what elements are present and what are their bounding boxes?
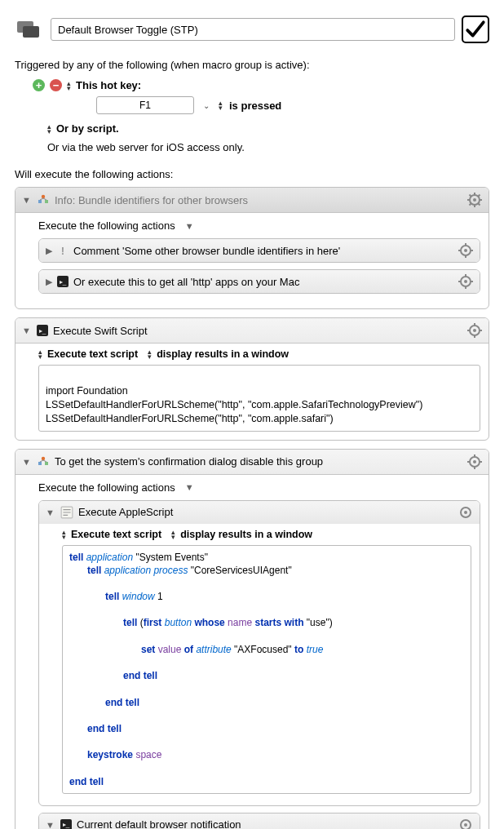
- svg-line-12: [479, 204, 480, 206]
- svg-rect-34: [38, 462, 42, 465]
- gear-icon[interactable]: [467, 454, 482, 469]
- gear-icon[interactable]: [467, 323, 482, 338]
- add-trigger-button[interactable]: +: [33, 79, 45, 91]
- display-stepper[interactable]: ▴▾: [148, 349, 152, 359]
- gear-icon[interactable]: [458, 243, 473, 258]
- svg-point-37: [473, 460, 476, 463]
- execute-actions-label: Execute the following actions: [38, 481, 175, 494]
- terminal-icon: ▸_: [57, 276, 69, 287]
- applescript-title: Execute AppleScript: [78, 506, 453, 518]
- actions-disclosure[interactable]: ▼: [185, 221, 195, 231]
- triggered-label: Triggered by any of the following (when …: [15, 59, 489, 71]
- disclosure-toggle[interactable]: ▼: [46, 820, 55, 829]
- terminal-icon: ▸_: [37, 325, 48, 336]
- script-type-stepper[interactable]: ▴▾: [38, 349, 42, 359]
- comment-action: ▶ ! Comment 'Some other browser bundle i…: [38, 238, 480, 263]
- svg-point-6: [473, 198, 476, 202]
- applescript-code[interactable]: tell application "System Events" tell ap…: [62, 545, 471, 794]
- is-pressed-label: is pressed: [229, 100, 281, 112]
- svg-point-28: [473, 329, 476, 332]
- confirm-group-title: To get the system's confirmation dialog …: [55, 455, 462, 468]
- display-stepper[interactable]: ▴▾: [171, 530, 175, 539]
- or-script-label: Or by script.: [56, 122, 119, 135]
- disclosure-toggle[interactable]: ▶: [46, 246, 52, 256]
- disclosure-toggle[interactable]: ▶: [46, 277, 52, 287]
- enabled-checkbox[interactable]: [462, 16, 489, 43]
- comment-title: Comment 'Some other browser bundle ident…: [73, 245, 453, 257]
- actions-disclosure[interactable]: ▼: [185, 482, 195, 492]
- swift-title: Execute Swift Script: [53, 325, 462, 337]
- svg-point-16: [464, 249, 467, 252]
- group-icon: [37, 193, 50, 206]
- opt-exec-text: Execute text script: [71, 529, 161, 540]
- macro-title-input[interactable]: [51, 18, 455, 41]
- opt-exec-text: Execute text script: [47, 348, 138, 360]
- svg-point-22: [464, 280, 467, 283]
- svg-line-11: [470, 195, 471, 197]
- svg-point-33: [42, 456, 45, 459]
- hot-key-label: This hot key:: [76, 79, 141, 91]
- group-info-title: Info: Bundle identifiers for other brows…: [55, 194, 462, 206]
- script-stepper[interactable]: ▴▾: [47, 124, 51, 134]
- notification-title: Current default browser notification: [77, 818, 453, 829]
- svg-point-46: [464, 823, 467, 827]
- gear-icon[interactable]: [458, 818, 473, 829]
- swift-script-action: ▼ ▸_ Execute Swift Script ▴▾ Execute tex…: [15, 317, 489, 441]
- svg-rect-4: [45, 200, 48, 203]
- remove-trigger-button[interactable]: −: [50, 79, 62, 91]
- gear-icon[interactable]: [467, 193, 482, 207]
- notification-action: ▼ ▸_ Current default browser notificatio…: [38, 813, 480, 829]
- terminal-title: Or execute this to get all 'http' apps o…: [73, 276, 453, 288]
- svg-line-14: [479, 195, 480, 197]
- svg-line-13: [470, 204, 471, 206]
- disclosure-toggle[interactable]: ▼: [22, 195, 32, 205]
- applescript-icon: [60, 506, 73, 519]
- disclosure-toggle[interactable]: ▼: [22, 326, 32, 335]
- opt-display: display results in a window: [157, 348, 289, 360]
- disclosure-toggle[interactable]: ▼: [46, 508, 55, 517]
- applescript-action: ▼ Execute AppleScript ▴▾ Execute text sc…: [38, 500, 480, 806]
- opt-display: display results in a window: [180, 529, 312, 540]
- svg-rect-1: [23, 26, 39, 38]
- gear-icon[interactable]: [458, 274, 473, 289]
- group-icon: [37, 455, 50, 468]
- web-server-label: Or via the web server for iOS access onl…: [47, 141, 489, 153]
- hotkey-field[interactable]: F1: [96, 96, 194, 114]
- pressed-stepper[interactable]: ▴▾: [219, 100, 223, 110]
- svg-rect-3: [38, 200, 42, 203]
- terminal-icon: ▸_: [60, 819, 72, 829]
- disclosure-toggle[interactable]: ▼: [22, 457, 32, 467]
- confirm-group: ▼ To get the system's confirmation dialo…: [15, 449, 489, 830]
- group-info: ▼ Info: Bundle identifiers for other bro…: [15, 187, 489, 309]
- comment-icon: !: [57, 245, 69, 257]
- script-type-stepper[interactable]: ▴▾: [62, 530, 66, 539]
- svg-point-2: [42, 195, 45, 198]
- hotkey-dropdown[interactable]: ⌄: [201, 98, 212, 113]
- trigger-stepper[interactable]: ▴▾: [67, 81, 71, 91]
- will-execute-label: Will execute the following actions:: [15, 168, 489, 180]
- svg-point-44: [464, 511, 467, 514]
- swift-code[interactable]: import Foundation LSSetDefaultHandlerFor…: [38, 365, 480, 432]
- terminal-action: ▶ ▸_ Or execute this to get all 'http' a…: [38, 269, 480, 294]
- execute-actions-label: Execute the following actions: [38, 219, 175, 232]
- macro-icon: [15, 15, 44, 44]
- gear-icon[interactable]: [458, 505, 473, 520]
- svg-rect-35: [45, 462, 48, 465]
